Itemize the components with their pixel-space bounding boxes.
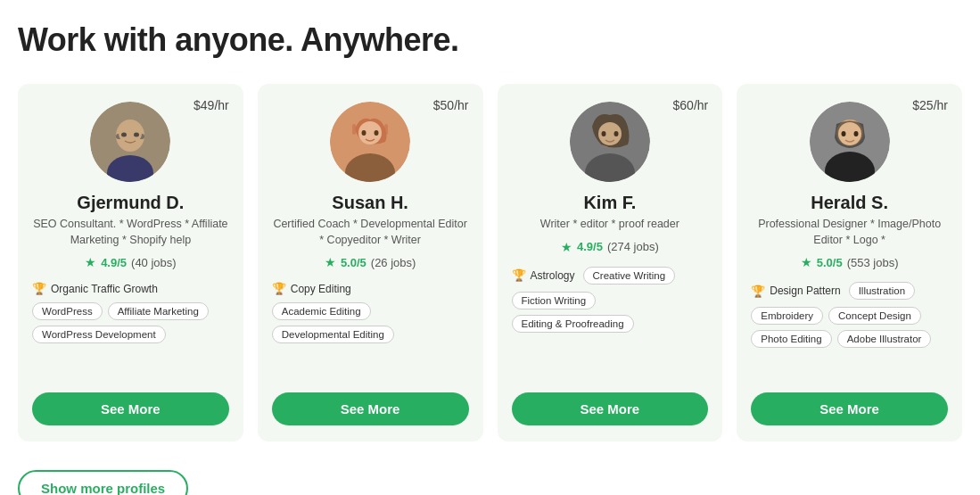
featured-skill-herald: 🏆 Design Pattern Illustration	[751, 282, 948, 300]
profiles-grid: $49/hr Gjermund D. SEO Consultant. * Wor…	[18, 84, 962, 441]
profile-rating-susan: ★ 5.0/5 (26 jobs)	[325, 255, 416, 269]
featured-skill-kim: 🏆 Astrology Creative Writing	[512, 267, 709, 285]
see-more-button-gjermund[interactable]: See More	[32, 392, 229, 425]
skill-tag-extra-herald: Illustration	[849, 282, 915, 300]
trophy-icon-herald: 🏆	[751, 285, 765, 298]
profile-rate-susan: $50/hr	[433, 98, 469, 112]
show-more-profiles-button[interactable]: Show more profiles	[18, 470, 188, 495]
rating-score-herald: 5.0/5	[817, 256, 843, 269]
trophy-icon-gjermund: 🏆	[32, 282, 46, 295]
avatar-kim	[570, 102, 650, 182]
svg-point-26	[853, 131, 858, 136]
avatar-herald	[810, 102, 890, 182]
skill-tag: Editing & Proofreading	[512, 315, 634, 333]
skills-kim: 🏆 Astrology Creative Writing Fiction Wri…	[512, 267, 709, 365]
rating-jobs-kim: (274 jobs)	[607, 240, 659, 253]
profile-card-herald: $25/hr Herald S. Professional Designer *…	[737, 84, 962, 441]
rating-score-susan: 5.0/5	[341, 256, 366, 269]
profile-desc-susan: Certified Coach * Developmental Editor *…	[272, 217, 469, 248]
profile-rating-kim: ★ 4.9/5 (274 jobs)	[561, 240, 659, 254]
skill-tag: Embroidery	[751, 307, 823, 325]
rating-score-kim: 4.9/5	[577, 240, 603, 253]
skill-row-2-gjermund: WordPress Development	[32, 326, 229, 343]
see-more-button-susan[interactable]: See More	[272, 392, 469, 425]
star-icon-gjermund: ★	[85, 255, 96, 269]
skill-row-2-susan: Developmental Editing	[272, 326, 469, 343]
trophy-icon-kim: 🏆	[512, 268, 526, 282]
profile-rate-kim: $60/hr	[673, 98, 709, 112]
skill-row-1-gjermund: WordPress Affiliate Marketing	[32, 302, 229, 320]
featured-skill-gjermund: 🏆 Organic Traffic Growth	[32, 282, 229, 295]
skill-row-1-susan: Academic Editing	[272, 302, 469, 320]
svg-rect-13	[352, 124, 356, 135]
skill-tag-extra-kim: Creative Writing	[583, 267, 676, 285]
skill-tag: Photo Editing	[751, 330, 831, 348]
skill-row-2-herald: Photo Editing Adobe Illustrator	[751, 330, 948, 348]
svg-point-19	[601, 131, 605, 136]
skills-susan: 🏆 Copy Editing Academic Editing Developm…	[272, 282, 469, 380]
trophy-icon-susan: 🏆	[272, 282, 286, 295]
skill-tag: Developmental Editing	[272, 326, 394, 343]
skill-tag: Adobe Illustrator	[837, 330, 932, 348]
skills-gjermund: 🏆 Organic Traffic Growth WordPress Affil…	[32, 282, 229, 380]
skill-tag: Academic Editing	[272, 302, 371, 320]
profile-desc-kim: Writer * editor * proof reader	[540, 217, 679, 233]
skill-tag: Concept Design	[828, 307, 921, 325]
skill-tag: Affiliate Marketing	[108, 302, 209, 320]
skill-row-2-kim: Editing & Proofreading	[512, 315, 709, 333]
rating-score-gjermund: 4.9/5	[101, 256, 127, 269]
profile-desc-herald: Professional Designer * Image/Photo Edit…	[751, 217, 948, 248]
rating-jobs-herald: (553 jobs)	[847, 256, 899, 269]
see-more-button-kim[interactable]: See More	[512, 392, 709, 425]
svg-point-20	[614, 131, 618, 136]
star-icon-susan: ★	[325, 255, 336, 269]
rating-jobs-susan: (26 jobs)	[371, 256, 416, 269]
svg-point-6	[134, 133, 139, 137]
profile-rating-herald: ★ 5.0/5 (553 jobs)	[801, 255, 899, 269]
skill-tag: Fiction Writing	[512, 292, 597, 309]
avatar-susan	[330, 102, 410, 182]
star-icon-herald: ★	[801, 255, 812, 269]
svg-point-12	[375, 130, 379, 136]
profile-name-herald: Herald S.	[811, 193, 888, 213]
profile-desc-gjermund: SEO Consultant. * WordPress * Affiliate …	[32, 217, 229, 248]
skills-herald: 🏆 Design Pattern Illustration Embroidery…	[751, 282, 948, 380]
profile-name-susan: Susan H.	[332, 193, 408, 213]
profile-card-gjermund: $49/hr Gjermund D. SEO Consultant. * Wor…	[18, 84, 243, 441]
svg-point-11	[362, 130, 366, 136]
skill-tag: WordPress Development	[32, 326, 166, 343]
skill-row-1-herald: Embroidery Concept Design	[751, 307, 948, 325]
page-title: Work with anyone. Anywhere.	[18, 21, 962, 59]
profile-card-kim: $60/hr Kim F. Writer * editor * proof re…	[498, 84, 723, 441]
rating-jobs-gjermund: (40 jobs)	[131, 256, 177, 269]
featured-skill-susan: 🏆 Copy Editing	[272, 282, 469, 295]
svg-point-4	[119, 121, 142, 144]
profile-rating-gjermund: ★ 4.9/5 (40 jobs)	[85, 255, 177, 269]
avatar-gjermund	[90, 102, 170, 182]
profile-rate-gjermund: $49/hr	[194, 98, 229, 112]
profile-card-susan: $50/hr Susan H. Certified Coach * Develo…	[258, 84, 483, 441]
profile-name-gjermund: Gjermund D.	[77, 193, 184, 213]
profile-name-kim: Kim F.	[583, 193, 636, 213]
skill-tag: WordPress	[32, 302, 103, 320]
skill-row-1-kim: Fiction Writing	[512, 292, 709, 309]
svg-rect-14	[384, 124, 388, 135]
svg-point-25	[841, 131, 845, 136]
svg-point-5	[121, 133, 127, 137]
see-more-button-herald[interactable]: See More	[751, 392, 948, 425]
profile-rate-herald: $25/hr	[912, 98, 948, 112]
star-icon-kim: ★	[561, 240, 572, 254]
